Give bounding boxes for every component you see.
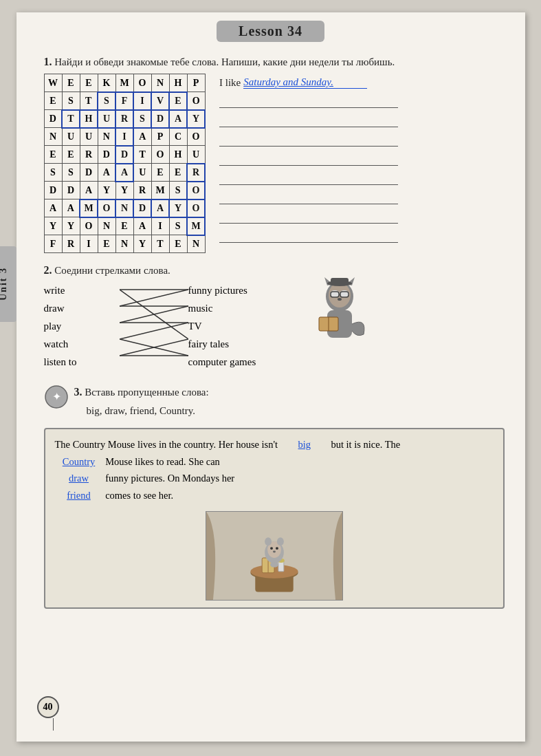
answer-lines: I like Saturday and Sunday. [219, 74, 398, 243]
svg-line-7 [120, 306, 188, 323]
svg-point-19 [338, 298, 342, 301]
ex3-text-1: The Country Mouse lives in the country. … [55, 439, 280, 450]
grid-cell-5-2: D [80, 164, 98, 182]
grid-cell-7-3: O [98, 199, 115, 217]
grid-cell-5-3: A [98, 164, 115, 182]
ex2-left-word: watch [44, 336, 120, 353]
grid-cell-4-4: D [115, 146, 133, 164]
ex2-right-word: funny pictures [188, 283, 298, 299]
grid-cell-7-8: O [187, 199, 205, 217]
grid-cell-9-6: T [151, 235, 169, 253]
grid-cell-6-2: A [80, 182, 98, 199]
grid-cell-0-8: P [187, 74, 205, 92]
ex2-right-word: fairy tales [188, 336, 298, 353]
ex3-instruction: Вставь пропущенные слова: [85, 387, 208, 398]
grid-cell-5-6: E [151, 164, 169, 182]
grid-cell-2-8: Y [187, 110, 205, 128]
grid-cell-7-5: D [133, 199, 151, 217]
grid-cell-6-3: Y [98, 182, 115, 199]
grid-cell-8-5: A [133, 217, 151, 235]
lesson-title: Lesson 34 [217, 21, 324, 42]
answer-line-3 [219, 112, 398, 127]
ex3-words: big, draw, friend, Country. [87, 404, 209, 418]
grid-cell-3-8: O [187, 128, 205, 146]
grid-cell-7-1: A [62, 199, 80, 217]
ex2-num: 2. [44, 264, 52, 276]
grid-cell-0-4: M [115, 74, 133, 92]
grid-cell-8-6: I [151, 217, 169, 235]
unit-tab: Unit 3 [0, 246, 16, 322]
ex1-num: 1. [44, 56, 52, 67]
grid-cell-8-4: E [115, 217, 133, 235]
grid-cell-4-5: T [133, 146, 151, 164]
lesson-header: Lesson 34 [16, 12, 525, 47]
grid-cell-6-8: O [187, 182, 205, 199]
answer-line-8 [219, 208, 398, 224]
grid-cell-1-2: T [80, 92, 98, 110]
fox-illustration [312, 276, 367, 354]
exercise-2: 2. Соедини стрелками слова. writedrawpla… [44, 263, 505, 374]
grid-cell-2-0: D [44, 110, 62, 128]
grid-cell-9-0: F [44, 235, 62, 253]
grid-cell-7-2: M [80, 199, 98, 217]
ex2-right-word: music [188, 301, 298, 317]
grid-cell-8-0: Y [44, 217, 62, 235]
svg-text:✦: ✦ [52, 391, 60, 402]
grid-cell-4-2: R [80, 146, 98, 164]
filled-draw: draw [55, 470, 103, 487]
grid-cell-8-3: N [98, 217, 115, 235]
content: 1. Найди и обведи знакомые тебе слова. Н… [16, 47, 525, 625]
ex2-right-word: computer games [188, 354, 298, 371]
grid-cell-2-4: R [115, 110, 133, 128]
ex3-instruction-line: 3. Вставь пропущенные слова: [74, 385, 209, 400]
exercise-2-title: 2. Соедини стрелками слова. [44, 263, 505, 278]
grid-cell-4-3: D [98, 146, 115, 164]
grid-cell-2-7: A [169, 110, 187, 128]
grid-cell-3-5: A [133, 128, 151, 146]
first-answer-line: I like Saturday and Sunday. [219, 74, 398, 89]
ex3-num: 3. [74, 386, 82, 398]
ex3-icon: ✦ [44, 385, 69, 409]
grid-cell-7-6: A [151, 199, 169, 217]
ex1-instruction: Найди и обведи знакомые тебе слова. Напи… [54, 56, 395, 67]
ex2-body: writedrawplaywatchlisten to [44, 283, 505, 375]
svg-point-41 [275, 547, 278, 550]
ex3-text-3: Mouse likes to read. She can [103, 456, 220, 467]
grid-cell-6-4: Y [115, 182, 133, 199]
exercise-3: ✦ 3. Вставь пропущенные слова: big, draw… [44, 385, 505, 609]
grid-cell-7-4: N [115, 199, 133, 217]
grid-cell-4-8: U [187, 146, 205, 164]
grid-cell-0-5: O [133, 74, 151, 92]
grid-cell-5-1: S [62, 164, 80, 182]
grid-cell-8-7: S [169, 217, 187, 235]
svg-point-40 [270, 547, 273, 550]
filled-friend: friend [55, 487, 103, 504]
svg-line-6 [120, 290, 188, 306]
grid-cell-0-1: E [62, 74, 80, 92]
answer-line-7 [219, 189, 398, 204]
grid-cell-5-4: A [115, 164, 133, 182]
svg-point-42 [273, 550, 276, 552]
grid-cell-6-1: D [62, 182, 80, 199]
ex1-body: WEEKMONHPESTSFIVEODTHURSDAYNUUNIAPCOEERD… [44, 74, 505, 253]
ex2-instruction: Соедини стрелками слова. [54, 265, 170, 276]
svg-point-37 [270, 562, 278, 568]
ex3-text-2: but it is nice. The [329, 439, 400, 450]
grid-cell-6-7: S [169, 182, 187, 199]
svg-rect-24 [331, 278, 349, 285]
svg-point-39 [276, 537, 283, 546]
grid-cell-4-1: E [62, 146, 80, 164]
grid-cell-3-6: P [151, 128, 169, 146]
scene-illustration [206, 511, 343, 601]
grid-cell-6-5: R [133, 182, 151, 199]
grid-cell-2-6: D [151, 110, 169, 128]
grid-cell-3-1: U [62, 128, 80, 146]
exercise-1: 1. Найди и обведи знакомые тебе слова. Н… [44, 54, 505, 253]
answer-line-6 [219, 170, 398, 185]
grid-cell-5-5: U [133, 164, 151, 182]
ex2-left-word: listen to [44, 354, 120, 371]
answer-prefix: I like [219, 77, 241, 89]
ex2-left-word: write [44, 283, 120, 299]
grid-cell-9-3: E [98, 235, 115, 253]
grid-cell-9-8: N [187, 235, 205, 253]
